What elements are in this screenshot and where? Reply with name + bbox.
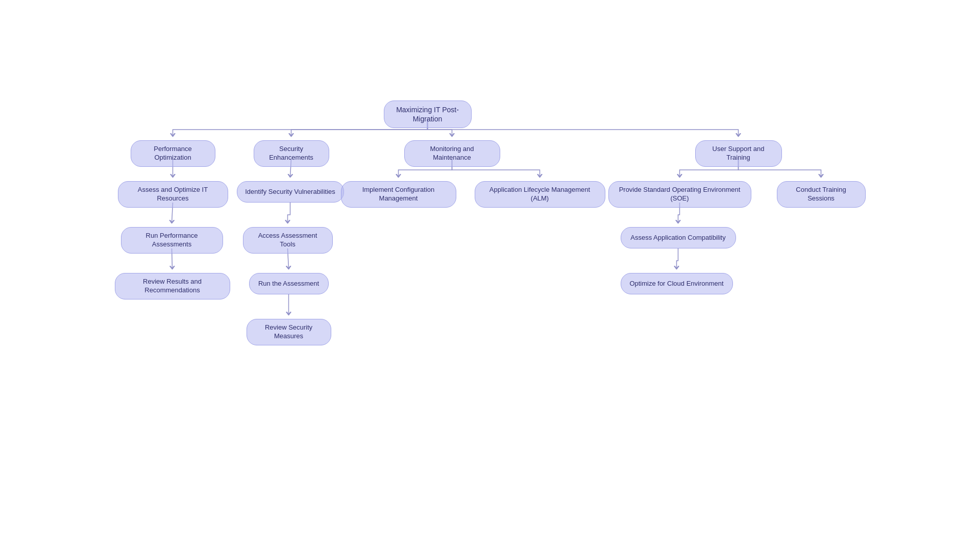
node-app_lifecycle: Application Lifecycle Management (ALM): [475, 181, 605, 208]
node-perf_opt: Performance Optimization: [131, 140, 215, 167]
node-id_vuln: Identify Security Vulnerabilities: [237, 181, 344, 203]
node-mon_maint: Monitoring and Maintenance: [404, 140, 500, 167]
node-access_tools: Access Assessment Tools: [243, 227, 333, 254]
diagram-container: Maximizing IT Post-MigrationPerformance …: [0, 0, 980, 551]
node-user_support: User Support and Training: [695, 140, 782, 167]
node-assess_opt: Assess and Optimize IT Resources: [118, 181, 228, 208]
node-conduct_train: Conduct Training Sessions: [777, 181, 866, 208]
node-sec_enh: Security Enhancements: [254, 140, 329, 167]
node-opt_cloud: Optimize for Cloud Environment: [621, 273, 733, 294]
node-review_results: Review Results and Recommendations: [115, 273, 230, 299]
node-run_perf: Run Performance Assessments: [121, 227, 223, 254]
node-provide_soe: Provide Standard Operating Environment (…: [608, 181, 751, 208]
node-impl_config: Implement Configuration Management: [341, 181, 456, 208]
node-assess_compat: Assess Application Compatibility: [621, 227, 736, 248]
node-root: Maximizing IT Post-Migration: [384, 101, 472, 128]
node-review_security: Review Security Measures: [247, 319, 331, 345]
node-run_assessment: Run the Assessment: [249, 273, 329, 294]
